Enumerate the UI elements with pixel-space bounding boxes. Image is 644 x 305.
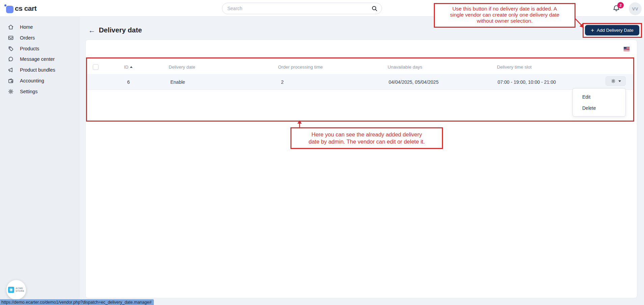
sidebar-item-label: Settings <box>20 89 37 94</box>
cell-delivery-date: Enable <box>170 79 185 85</box>
sidebar-item-label: Home <box>20 24 33 30</box>
column-header-delivery-date[interactable]: Delivery date <box>169 65 195 70</box>
add-delivery-date-button[interactable]: + Add Delivery Date <box>585 25 639 35</box>
notification-badge: 2 <box>617 2 624 8</box>
chat-bubble-icon <box>7 56 14 62</box>
cscart-logo-icon <box>6 6 13 13</box>
cell-delivery-time-slot: 07:00 - 19:00, 10:00 - 21:00 <box>498 79 556 85</box>
annotation-line: single vendor can create only one delive… <box>435 12 575 18</box>
column-header-id-label: ID <box>124 65 129 70</box>
logo-dot <box>4 4 6 6</box>
annotation-line: date by admin. The vendor can edit or de… <box>291 138 442 145</box>
annotation-line: Use this button if no delivery date is a… <box>435 6 575 12</box>
cell-unavailable-days: 04/04/2025, 05/04/2025 <box>389 79 439 85</box>
store-name-line: STORE <box>16 290 24 293</box>
storefront-preview-button[interactable]: ACME STORE <box>6 280 26 300</box>
wallet-icon <box>7 77 14 84</box>
cscart-logo-text: cs cart <box>15 4 36 12</box>
annotation-line: without owner selection. <box>435 18 575 24</box>
column-header-unavailable-days[interactable]: Unavailable days <box>388 65 422 70</box>
column-header-id[interactable]: ID <box>119 65 138 70</box>
vendor-admin-page: cs cart 2 VV Home <box>0 0 644 305</box>
sidebar-item-label: Accounting <box>20 78 44 83</box>
gear-icon <box>611 78 616 84</box>
cell-order-processing-time: 2 <box>281 79 284 85</box>
search-bar <box>222 3 382 14</box>
sidebar: Home Orders Products Message center <box>0 16 80 305</box>
sidebar-item-product-bundles[interactable]: Product bundles <box>0 65 80 75</box>
store-name-line: ACME <box>16 287 24 290</box>
notifications-button[interactable]: 2 <box>612 3 623 14</box>
menu-item-delete[interactable]: Delete <box>573 103 625 114</box>
sidebar-item-products[interactable]: Products <box>0 44 80 53</box>
chevron-down-icon <box>618 80 621 82</box>
sidebar-item-label: Orders <box>20 35 35 41</box>
sidebar-item-home[interactable]: Home <box>0 22 80 32</box>
column-header-delivery-time-slot[interactable]: Delivery time slot <box>497 65 532 70</box>
page-title: Delivery date <box>99 26 142 34</box>
orders-inbox-icon <box>7 34 14 41</box>
language-us-flag-icon[interactable] <box>624 47 629 51</box>
sort-ascending-icon <box>130 66 133 68</box>
row-divider <box>87 90 633 90</box>
add-delivery-date-label: Add Delivery Date <box>597 28 634 33</box>
bottom-annotation-note: Here you can see the already added deliv… <box>290 127 443 149</box>
back-arrow-icon[interactable]: ← <box>88 26 95 34</box>
cell-id: 6 <box>120 79 137 85</box>
row-actions-menu: Edit Delete <box>572 88 626 117</box>
sidebar-item-settings[interactable]: Settings <box>0 87 80 96</box>
sidebar-item-message-center[interactable]: Message center <box>0 54 80 64</box>
home-icon <box>7 24 14 30</box>
search-input[interactable] <box>222 3 382 14</box>
sidebar-item-label: Products <box>20 46 39 51</box>
acme-store-logo-icon <box>8 287 14 293</box>
search-icon[interactable] <box>371 5 378 12</box>
acme-store-label: ACME STORE <box>16 287 24 293</box>
megaphone-icon <box>7 67 14 73</box>
plus-icon: + <box>591 27 594 33</box>
gear-icon <box>7 88 14 95</box>
row-actions-button[interactable] <box>606 76 626 86</box>
top-annotation-note: Use this button if no delivery date is a… <box>434 3 576 28</box>
annotation-line: Here you can see the already added deliv… <box>291 131 442 138</box>
user-avatar[interactable]: VV <box>629 2 642 15</box>
select-all-checkbox[interactable] <box>93 64 99 70</box>
sidebar-item-accounting[interactable]: Accounting <box>0 76 80 85</box>
browser-status-url: https://demo.ecarter.co/demo1/vendor.php… <box>0 299 154 305</box>
sidebar-item-label: Product bundles <box>20 67 55 73</box>
menu-item-edit[interactable]: Edit <box>573 92 625 103</box>
column-header-order-processing-time[interactable]: Order processing time <box>278 65 323 70</box>
tag-icon <box>7 45 14 52</box>
sidebar-item-label: Message center <box>20 56 55 62</box>
sidebar-item-orders[interactable]: Orders <box>0 33 80 43</box>
